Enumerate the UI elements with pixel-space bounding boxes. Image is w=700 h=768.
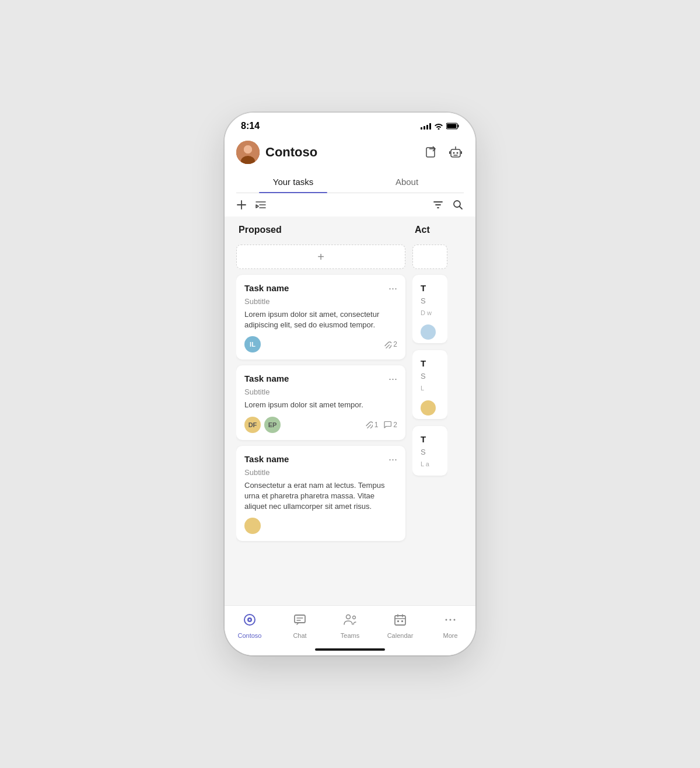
kanban-scroll[interactable]: Proposed + Task name ··· Subtitle Lorem …	[236, 217, 475, 605]
indent-icon	[255, 200, 267, 210]
task-avatar-il: IL	[244, 336, 261, 352]
active-task-2[interactable]: T S L	[412, 350, 447, 418]
task-card-1-name: Task name	[244, 283, 289, 293]
task-card-2-meta: 1 2	[365, 421, 397, 429]
share-icon	[425, 146, 438, 159]
status-bar: 8:14	[225, 113, 475, 136]
tab-your-tasks[interactable]: Your tasks	[236, 171, 350, 193]
task-card-3-footer	[244, 518, 397, 534]
avatar[interactable]	[236, 141, 260, 164]
attachment-icon-2	[365, 421, 373, 428]
nav-label-teams: Teams	[341, 632, 359, 639]
task-card-1-body: Lorem ipsum dolor sit amet, consectetur …	[244, 309, 397, 330]
task-avatar-ep: EP	[264, 417, 281, 433]
peek-avatar-2	[421, 400, 436, 416]
task-avatar-3	[244, 518, 261, 534]
peek-avatar-1	[421, 324, 436, 340]
app-title: Contoso	[265, 145, 317, 160]
search-button[interactable]	[452, 199, 464, 211]
nav-item-contoso[interactable]: Contoso	[225, 610, 275, 641]
svg-rect-8	[451, 149, 460, 157]
task-card-2[interactable]: Task name ··· Subtitle Lorem ipsum dolor…	[236, 365, 405, 439]
signal-icon	[421, 123, 431, 130]
task-card-2-avatars: DF EP	[244, 417, 281, 433]
nav-item-calendar[interactable]: Calendar	[375, 610, 425, 641]
status-time: 8:14	[241, 121, 260, 131]
column-active: Act T S D w T S L	[412, 225, 447, 597]
task-card-3-body: Consectetur a erat nam at lectus. Tempus…	[244, 480, 397, 512]
task-card-2-footer: DF EP 1	[244, 417, 397, 433]
svg-rect-18	[295, 615, 305, 623]
tab-about[interactable]: About	[350, 171, 464, 193]
svg-point-25	[450, 619, 452, 621]
task-card-1-footer: IL 2	[244, 336, 397, 352]
home-indicator	[225, 644, 475, 655]
phone-frame: 8:14	[225, 113, 475, 655]
nav-item-teams[interactable]: Teams	[325, 610, 375, 641]
task-card-2-name: Task name	[244, 373, 289, 383]
more-nav-icon	[443, 613, 457, 630]
active-add-btn[interactable]	[412, 245, 447, 269]
task-card-3[interactable]: Task name ··· Subtitle Consectetur a era…	[236, 446, 405, 542]
nav-label-chat: Chat	[293, 632, 306, 639]
task-card-2-attachments: 1	[365, 421, 379, 429]
task-card-2-comments: 2	[384, 421, 397, 429]
svg-point-9	[453, 152, 455, 154]
kanban-area: Proposed + Task name ··· Subtitle Lorem …	[225, 217, 475, 605]
nav-item-chat[interactable]: Chat	[275, 610, 325, 641]
app-header: Contoso	[225, 136, 475, 193]
nav-label-calendar: Calendar	[387, 632, 414, 639]
task-card-2-more[interactable]: ···	[388, 373, 397, 384]
active-task-1-name: T	[421, 283, 439, 293]
home-bar	[315, 648, 385, 651]
filter-icon	[432, 200, 444, 210]
task-card-1-attachments: 2	[384, 340, 397, 348]
task-card-1-more[interactable]: ···	[388, 283, 397, 294]
column-proposed-title: Proposed	[236, 225, 405, 239]
indent-button[interactable]	[255, 200, 267, 210]
column-proposed: Proposed + Task name ··· Subtitle Lorem …	[236, 225, 405, 597]
battery-icon	[446, 123, 459, 130]
active-task-3[interactable]: T S L a	[412, 426, 447, 476]
svg-rect-1	[458, 125, 459, 128]
nav-item-more[interactable]: More	[425, 610, 475, 641]
search-icon	[452, 199, 464, 211]
bottom-nav: Contoso Chat	[225, 605, 475, 644]
svg-point-24	[446, 619, 447, 621]
task-card-3-subtitle: Subtitle	[244, 468, 397, 477]
active-task-3-name: T	[421, 434, 439, 444]
svg-rect-12	[449, 151, 450, 154]
toolbar-right	[432, 199, 464, 211]
svg-point-20	[353, 616, 356, 619]
bot-icon	[449, 145, 463, 159]
svg-point-19	[346, 615, 351, 619]
svg-point-26	[454, 619, 456, 621]
contoso-nav-icon	[243, 613, 257, 630]
svg-rect-23	[401, 620, 403, 622]
header-left: Contoso	[236, 141, 317, 164]
task-card-1[interactable]: Task name ··· Subtitle Lorem ipsum dolor…	[236, 275, 405, 359]
svg-rect-22	[397, 620, 399, 622]
task-card-3-more[interactable]: ···	[388, 454, 397, 465]
tabs: Your tasks About	[236, 171, 464, 193]
toolbar	[225, 193, 475, 217]
column-active-title: Act	[412, 225, 447, 239]
bot-button[interactable]	[447, 144, 464, 160]
share-button[interactable]	[423, 144, 439, 160]
svg-rect-21	[395, 616, 405, 625]
teams-nav-icon	[342, 613, 358, 630]
header-actions	[423, 144, 464, 160]
svg-point-6	[244, 145, 252, 153]
nav-label-contoso: Contoso	[238, 632, 262, 639]
phone-wrapper: 8:14	[0, 0, 700, 768]
task-card-1-meta: 2	[384, 340, 397, 348]
task-card-1-header: Task name ···	[244, 283, 397, 294]
header-top: Contoso	[236, 141, 464, 164]
task-card-1-avatars: IL	[244, 336, 261, 352]
add-task-button[interactable]: +	[236, 245, 405, 269]
attachment-icon	[384, 341, 391, 348]
filter-button[interactable]	[432, 200, 444, 210]
add-task-toolbar-button[interactable]	[236, 200, 247, 210]
comment-icon	[384, 421, 391, 428]
active-task-1[interactable]: T S D w	[412, 275, 447, 343]
